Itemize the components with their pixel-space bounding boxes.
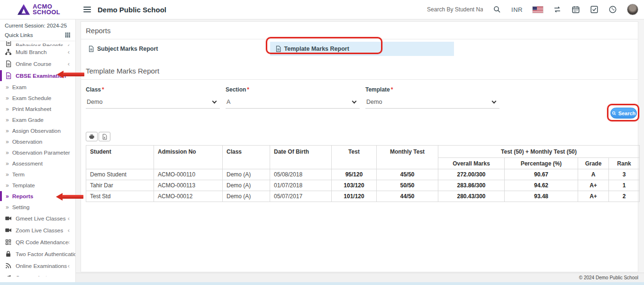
lock-icon bbox=[5, 250, 12, 257]
currency-label[interactable]: INR bbox=[511, 6, 523, 13]
sidebar-item-cbse-examination[interactable]: CBSE Examination bbox=[0, 70, 75, 82]
sidebar-item-gmeet-live-classes[interactable]: Gmeet Live Classes‹ bbox=[0, 212, 75, 224]
table-row: Tahir DarACMO-000113Demo (A)01/07/201810… bbox=[86, 180, 640, 191]
cell-student: Demo Student bbox=[86, 169, 154, 180]
cell-admission-no: ACMO-000113 bbox=[154, 180, 223, 191]
chevron-left-icon: ‹ bbox=[68, 274, 70, 276]
double-chevron-icon: » bbox=[6, 95, 9, 101]
sidebar-item-observation-parameter[interactable]: »Observation Parameter bbox=[0, 147, 75, 158]
tab-label: Template Marks Report bbox=[284, 46, 349, 52]
cell-percentage: 94.62 bbox=[505, 180, 578, 191]
chevron-down-icon bbox=[212, 99, 217, 104]
sidebar-item-reports[interactable]: »Reports bbox=[0, 191, 75, 202]
double-chevron-icon: » bbox=[6, 84, 9, 91]
cell-overall-marks: 280.43/300 bbox=[438, 191, 505, 202]
cell-grade: A+ bbox=[578, 180, 609, 191]
sidebar-item-two-factor-authentication[interactable]: Two Factor Authentication bbox=[0, 248, 75, 260]
divider bbox=[81, 39, 638, 39]
double-chevron-icon: » bbox=[6, 193, 9, 200]
whatsapp-icon[interactable] bbox=[608, 5, 617, 14]
sitemap-icon bbox=[5, 48, 12, 55]
brand-name: ACMOSCHOOL bbox=[33, 4, 60, 15]
field-label: Class* bbox=[86, 86, 220, 93]
sidebar-item-template[interactable]: »Template bbox=[0, 180, 75, 191]
table-head: StudentAdmission NoClassDate Of BirthTes… bbox=[86, 146, 640, 169]
column-subheader-overall-marks: Overall Marks bbox=[438, 158, 505, 169]
sidebar-item-setting[interactable]: »Setting bbox=[0, 202, 75, 212]
cell-percentage: 90.67 bbox=[505, 169, 578, 180]
chevron-left-icon: ‹ bbox=[68, 239, 70, 246]
us-flag-icon[interactable] bbox=[533, 7, 543, 13]
required-asterisk: * bbox=[102, 86, 104, 93]
sidebar-item-exam-grade[interactable]: »Exam Grade bbox=[0, 114, 75, 125]
sidebar-item-print-marksheet[interactable]: »Print Marksheet bbox=[0, 103, 75, 114]
sidebar-item-label: Assessment bbox=[12, 160, 43, 167]
app-root: ACMOSCHOOL Demo Public School INR bbox=[0, 0, 644, 285]
search-button[interactable]: Search bbox=[610, 108, 637, 119]
section-select[interactable]: A bbox=[226, 98, 360, 109]
divider bbox=[81, 79, 638, 80]
sidebar-item-qr-code-attendance[interactable]: QR Code Attendance‹ bbox=[0, 236, 75, 248]
cell-student: Tahir Dar bbox=[86, 180, 154, 191]
sidebar-item-zoom-live-classes[interactable]: Zoom Live Classes‹ bbox=[0, 224, 75, 236]
export-excel-button[interactable] bbox=[99, 132, 110, 141]
column-subheader-percentage: Percentage (%) bbox=[505, 158, 578, 169]
sidebar-item-online-course[interactable]: Online Course‹ bbox=[0, 58, 75, 70]
footer: © 2024 Demo Public School bbox=[76, 273, 644, 282]
quick-links[interactable]: Quick Links bbox=[0, 29, 75, 41]
sidebar-item-multi-branch[interactable]: Multi Branch‹ bbox=[0, 46, 75, 58]
cell-date-of-birth: 01/07/2018 bbox=[270, 180, 332, 191]
user-avatar[interactable] bbox=[627, 4, 638, 15]
sidebar-item-online-examinations[interactable]: Online Examinations‹ bbox=[0, 260, 75, 272]
hamburger-menu-icon[interactable] bbox=[83, 5, 91, 14]
acmo-logo-icon bbox=[17, 3, 31, 16]
sidebar-item-assessment[interactable]: »Assessment bbox=[0, 158, 75, 169]
sidebar-item-assign-observation[interactable]: »Assign Observation bbox=[0, 125, 75, 136]
sidebar-item-label: Exam Schedule bbox=[12, 95, 52, 101]
cell-date-of-birth: 05/07/2017 bbox=[270, 191, 332, 202]
sidebar-item-label: Exam bbox=[12, 84, 27, 91]
sidebar-item-label: Two Factor Authentication bbox=[16, 251, 75, 257]
print-button[interactable] bbox=[86, 132, 98, 141]
swap-icon[interactable] bbox=[553, 5, 562, 14]
sidebar-item-exam[interactable]: »Exam bbox=[0, 82, 75, 92]
sidebar-item-label: Term bbox=[12, 171, 25, 178]
required-asterisk: * bbox=[391, 86, 393, 93]
field-template: Template* Demo bbox=[365, 86, 499, 109]
horizontal-scrollbar[interactable] bbox=[0, 282, 644, 285]
sidebar-item-label: Setting bbox=[12, 204, 30, 211]
tab-subject-marks-report[interactable]: Subject Marks Report bbox=[86, 42, 270, 56]
sidebar-item-observation[interactable]: »Observation bbox=[0, 136, 75, 147]
sidebar-item-label: Observation Parameter bbox=[12, 149, 70, 156]
sidebar-item-communicate[interactable]: Communicate‹ bbox=[0, 272, 75, 276]
cell-class: Demo (A) bbox=[223, 169, 270, 180]
sidebar-item-label: Multi Branch bbox=[16, 49, 47, 55]
double-chevron-icon: » bbox=[6, 204, 9, 211]
sidebar-item-behaviour-records[interactable]: Behaviour Records‹ bbox=[0, 41, 75, 46]
search-icon[interactable] bbox=[493, 5, 501, 14]
template-select[interactable]: Demo bbox=[365, 98, 499, 109]
cell-test: 95/120 bbox=[332, 169, 377, 180]
copyright-text: © 2024 Demo Public School bbox=[579, 275, 638, 280]
search-icon bbox=[612, 111, 617, 116]
check-square-icon[interactable] bbox=[590, 5, 599, 14]
chevron-left-icon: ‹ bbox=[68, 215, 70, 222]
table-row: Test StdACMO-00012Demo (A)05/07/2017101/… bbox=[86, 191, 640, 202]
tab-template-marks-report[interactable]: Template Marks Report bbox=[270, 42, 454, 56]
sidebar-menu: Behaviour Records‹Multi Branch‹Online Co… bbox=[0, 41, 75, 276]
sidebar-item-exam-schedule[interactable]: »Exam Schedule bbox=[0, 92, 75, 103]
field-section: Section* A bbox=[226, 86, 360, 109]
double-chevron-icon: » bbox=[6, 106, 9, 112]
chevron-left-icon: ‹ bbox=[68, 60, 70, 67]
chevron-down-icon bbox=[352, 99, 357, 104]
class-select[interactable]: Demo bbox=[86, 98, 220, 109]
student-search-input[interactable] bbox=[427, 6, 483, 13]
cell-monthly-test: 50/50 bbox=[377, 180, 438, 191]
cell-grade: A bbox=[578, 169, 609, 180]
brand-logo[interactable]: ACMOSCHOOL bbox=[0, 3, 77, 16]
sidebar-item-label: Print Marksheet bbox=[12, 106, 52, 112]
selected-value: Demo bbox=[366, 99, 382, 105]
calendar-icon[interactable] bbox=[571, 5, 580, 14]
chevron-left-icon: ‹ bbox=[68, 48, 70, 55]
sidebar-item-term[interactable]: »Term bbox=[0, 169, 75, 180]
